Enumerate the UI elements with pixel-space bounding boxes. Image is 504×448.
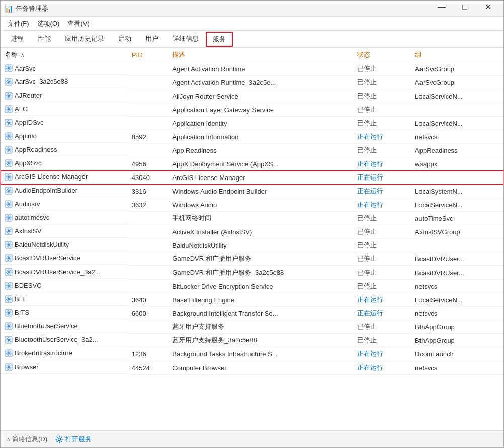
service-pid-cell [128, 62, 168, 76]
service-status-cell: 已停止 [353, 212, 411, 225]
service-name-text: AarSvc [15, 65, 36, 72]
tab-startup[interactable]: 启动 [111, 31, 138, 47]
table-row[interactable]: BaiduNetdiskUtilityBaiduNetdiskUtility已停… [1, 239, 503, 252]
service-group-cell: LocalServiceN... [411, 293, 503, 307]
tab-app-history[interactable]: 应用历史记录 [58, 31, 111, 47]
table-row[interactable]: BDESVCBitLocker Drive Encryption Service… [1, 280, 503, 293]
minimize-button[interactable]: — [430, 0, 453, 15]
service-pid-cell [128, 212, 168, 225]
table-row[interactable]: BFE3640Base Filtering Engine正在运行LocalSer… [1, 293, 503, 307]
service-group-cell: autoTimeSvc [411, 212, 503, 225]
service-pid-cell: 1236 [128, 347, 168, 361]
service-name-cell: AppReadiness [1, 144, 128, 156]
col-header-name[interactable]: 名称 ∧ [1, 48, 128, 62]
service-icon [5, 309, 13, 317]
svg-point-21 [8, 203, 10, 205]
table-row[interactable]: autotimesvc手机网络时间已停止autoTimeSvc [1, 212, 503, 225]
table-row[interactable]: AudioEndpointBuilder3316Windows Audio En… [1, 185, 503, 198]
service-status-cell: 已停止 [353, 239, 411, 252]
chevron-up-icon: ∧ [7, 436, 10, 442]
table-row[interactable]: BcastDVRUserServiceGameDVR 和广播用户服务已停止Bca… [1, 252, 503, 266]
table-row[interactable]: BrokerInfrastructure1236Background Tasks… [1, 347, 503, 361]
service-group-cell [411, 103, 503, 117]
service-group-cell [411, 171, 503, 185]
table-row[interactable]: ArcGIS License Manager43040ArcGIS Licens… [1, 171, 503, 185]
col-header-pid[interactable]: PID [128, 48, 168, 62]
summary-label[interactable]: 简略信息(D) [12, 435, 47, 444]
service-name-text: BaiduNetdiskUtility [15, 241, 69, 248]
service-name-text: Appinfo [15, 132, 37, 140]
table-row[interactable]: AppReadinessApp Readiness已停止AppReadiness [1, 144, 503, 157]
service-group-cell: LocalServiceN... [411, 117, 503, 130]
service-status-cell: 正在运行 [353, 307, 411, 320]
table-row[interactable]: BcastDVRUserService_3a2...GameDVR 和广播用户服… [1, 266, 503, 280]
tab-users[interactable]: 用户 [138, 31, 165, 47]
service-group-cell: netsvcs [411, 280, 503, 293]
statusbar-left: ∧ 简略信息(D) [7, 435, 47, 444]
col-header-status[interactable]: 状态 [353, 48, 411, 62]
service-desc-cell: Application Layer Gateway Service [168, 103, 353, 117]
service-icon [5, 322, 13, 330]
tab-process[interactable]: 进程 [4, 31, 31, 47]
close-button[interactable]: ✕ [476, 0, 499, 15]
svg-point-29 [8, 257, 10, 259]
service-name-text: Browser [15, 363, 39, 371]
service-status-cell: 正在运行 [353, 198, 411, 212]
table-row[interactable]: BITS6600Background Intelligent Transfer … [1, 307, 503, 320]
tab-performance[interactable]: 性能 [31, 31, 58, 47]
svg-point-15 [8, 162, 10, 164]
maximize-button[interactable]: □ [453, 0, 476, 15]
service-icon [5, 119, 13, 127]
menu-file[interactable]: 文件(F) [4, 18, 33, 30]
svg-point-41 [8, 338, 10, 341]
table-row[interactable]: AppXSvc4956AppX Deployment Service (AppX… [1, 157, 503, 171]
service-desc-cell: ArcGIS License Manager [168, 171, 353, 185]
tab-services[interactable]: 服务 [206, 32, 233, 47]
open-services-link[interactable]: 打开服务 [55, 435, 92, 444]
menu-options[interactable]: 选项(O) [33, 18, 64, 30]
table-row[interactable]: Audiosrv3632Windows Audio正在运行LocalServic… [1, 198, 503, 212]
gear-icon [55, 435, 63, 443]
service-name-text: BluetoothUserService [15, 322, 78, 330]
service-icon [5, 92, 13, 100]
service-group-cell: BthAppGroup [411, 334, 503, 347]
svg-point-45 [8, 366, 10, 368]
menu-view[interactable]: 查看(V) [63, 18, 93, 30]
services-table-container[interactable]: 名称 ∧ PID 描述 状态 组 AarSvcAgent Activation … [1, 48, 503, 430]
table-row[interactable]: AppIDSvcApplication Identity已停止LocalServ… [1, 117, 503, 130]
svg-point-9 [8, 121, 10, 124]
service-status-cell: 正在运行 [353, 157, 411, 171]
service-desc-cell: Background Intelligent Transfer Se... [168, 307, 353, 320]
service-pid-cell [128, 103, 168, 117]
service-name-cell: ALG [1, 103, 128, 116]
titlebar-buttons: — □ ✕ [430, 2, 499, 15]
service-name-cell: AppXSvc [1, 157, 128, 170]
col-header-group[interactable]: 组 [411, 48, 503, 62]
service-pid-cell [128, 252, 168, 266]
service-group-cell: netsvcs [411, 361, 503, 375]
service-name-cell: BcastDVRUserService_3a2... [1, 266, 128, 279]
service-group-cell: LocalServiceN... [411, 89, 503, 103]
table-row[interactable]: Browser44524Computer Browser正在运行netsvcs [1, 361, 503, 375]
table-row[interactable]: Appinfo8592Application Information正在运行ne… [1, 130, 503, 144]
service-pid-cell [128, 89, 168, 103]
col-header-desc[interactable]: 描述 [168, 48, 353, 62]
service-name-cell: AJRouter [1, 89, 128, 102]
table-row[interactable]: AarSvcAgent Activation Runtime已停止AarSvcG… [1, 62, 503, 76]
service-desc-cell: Windows Audio [168, 198, 353, 212]
table-row[interactable]: AarSvc_3a2c5e88Agent Activation Runtime_… [1, 76, 503, 89]
window-title: 任务管理器 [16, 4, 430, 13]
tab-details[interactable]: 详细信息 [165, 31, 206, 47]
table-row[interactable]: ALGApplication Layer Gateway Service已停止 [1, 103, 503, 117]
table-row[interactable]: BluetoothUserService_3a2...蓝牙用户支持服务_3a2c… [1, 334, 503, 347]
table-row[interactable]: AJRouterAllJoyn Router Service已停止LocalSe… [1, 89, 503, 103]
service-pid-cell: 4956 [128, 157, 168, 171]
service-name-cell: BcastDVRUserService [1, 252, 128, 265]
table-row[interactable]: AxInstSVActiveX Installer (AxInstSV)已停止A… [1, 225, 503, 239]
service-pid-cell [128, 76, 168, 89]
svg-point-7 [8, 108, 10, 110]
service-desc-cell: Windows Audio Endpoint Builder [168, 185, 353, 198]
service-name-text: ALG [15, 105, 28, 113]
service-status-cell: 已停止 [353, 320, 411, 334]
table-row[interactable]: BluetoothUserService蓝牙用户支持服务已停止BthAppGro… [1, 320, 503, 334]
